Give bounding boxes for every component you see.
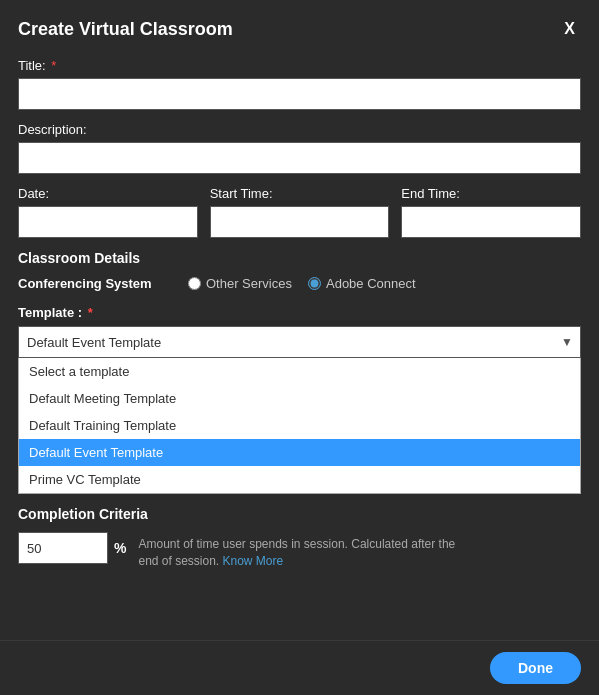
completion-input-wrap: % [18,532,126,564]
completion-input[interactable] [18,532,108,564]
template-row: Template : * Select a template Default M… [18,305,581,494]
classroom-details-heading: Classroom Details [18,250,581,266]
conferencing-row: Conferencing System Other Services Adobe… [18,276,581,291]
radio-adobe-connect-input[interactable] [308,277,321,290]
start-time-input[interactable] [210,206,390,238]
dropdown-list: Select a template Default Meeting Templa… [18,358,581,494]
radio-group: Other Services Adobe Connect [188,276,416,291]
end-time-input[interactable] [401,206,581,238]
conferencing-system-label: Conferencing System [18,276,168,291]
date-label: Date: [18,186,198,201]
modal-title: Create Virtual Classroom [18,19,233,40]
know-more-link[interactable]: Know More [223,554,284,568]
dropdown-item-prime[interactable]: Prime VC Template [19,466,580,493]
description-label: Description: [18,122,581,137]
date-col: Date: [18,186,198,238]
radio-other-services[interactable]: Other Services [188,276,292,291]
description-input[interactable] [18,142,581,174]
description-group: Description: [18,122,581,174]
template-label: Template : * [18,305,581,320]
completion-section: Completion Criteria % Amount of time use… [18,506,581,570]
date-row: Date: Start Time: End Time: [18,186,581,238]
completion-row: % Amount of time user spends in session.… [18,532,581,570]
title-label: Title: * [18,58,581,73]
start-time-label: Start Time: [210,186,390,201]
date-input[interactable] [18,206,198,238]
radio-other-services-label: Other Services [206,276,292,291]
close-button[interactable]: X [558,18,581,40]
radio-adobe-connect[interactable]: Adobe Connect [308,276,416,291]
template-select-wrapper: Select a template Default Meeting Templa… [18,326,581,358]
title-required: * [48,58,57,73]
title-input[interactable] [18,78,581,110]
start-time-col: Start Time: [210,186,390,238]
done-button[interactable]: Done [490,652,581,684]
template-required: * [84,305,93,320]
radio-adobe-connect-label: Adobe Connect [326,276,416,291]
radio-other-services-input[interactable] [188,277,201,290]
percent-label: % [114,540,126,556]
title-group: Title: * [18,58,581,110]
completion-heading: Completion Criteria [18,506,581,522]
modal-footer: Done [0,640,599,695]
dropdown-item-training[interactable]: Default Training Template [19,412,580,439]
end-time-col: End Time: [401,186,581,238]
dropdown-item-blank[interactable]: Select a template [19,358,580,385]
template-select[interactable]: Select a template Default Meeting Templa… [18,326,581,358]
dropdown-item-meeting[interactable]: Default Meeting Template [19,385,580,412]
completion-description: Amount of time user spends in session. C… [138,532,458,570]
modal-container: Create Virtual Classroom X Title: * Desc… [0,0,599,695]
end-time-label: End Time: [401,186,581,201]
dropdown-item-event[interactable]: Default Event Template [19,439,580,466]
modal-header: Create Virtual Classroom X [18,18,581,40]
